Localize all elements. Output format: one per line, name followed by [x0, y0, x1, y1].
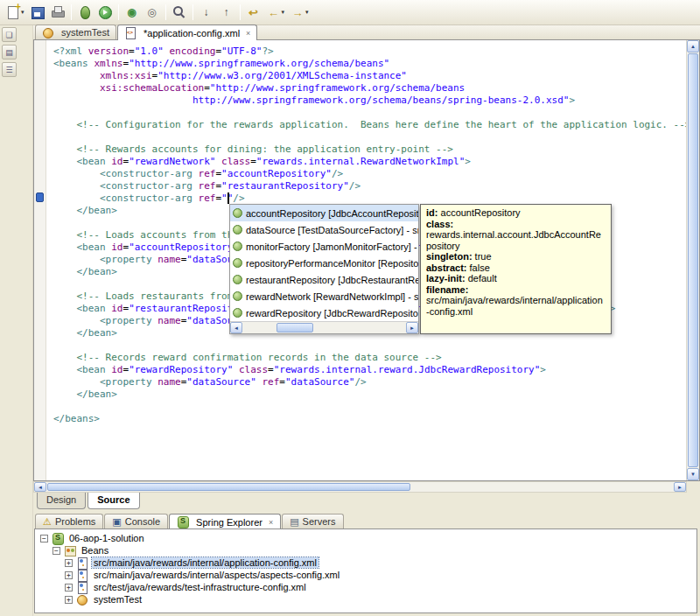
view-tab-console[interactable]: ▣Console — [104, 514, 168, 528]
package-explorer-fast-view-button[interactable]: ▤ — [2, 45, 17, 60]
code-line[interactable] — [53, 401, 686, 413]
open-type-button[interactable]: ◎ — [143, 3, 162, 22]
code-line[interactable]: <!-- Configuration for the rewards appli… — [53, 119, 686, 131]
completion-item[interactable]: rewardNetwork [RewardNetworkImpl] - src/… — [230, 288, 418, 304]
code-line[interactable]: xmlns:xsi="http://www.w3.org/2001/XMLSch… — [53, 70, 686, 82]
save-button[interactable] — [28, 3, 47, 22]
code-line[interactable]: <!-- Records reward confirmation records… — [53, 352, 686, 364]
bean-icon — [233, 242, 242, 251]
expand-icon[interactable]: + — [65, 596, 73, 604]
content-assist-scroll-thumb[interactable] — [276, 323, 313, 332]
back-button[interactable]: ←▾ — [264, 3, 288, 22]
code-line[interactable]: xsi:schemaLocation="http://www.springfra… — [53, 82, 686, 94]
scroll-right-icon[interactable]: ► — [406, 322, 418, 333]
servers-icon: ▤ — [290, 517, 298, 527]
code-line[interactable] — [53, 131, 686, 144]
expand-icon[interactable]: + — [65, 559, 73, 567]
collapse-icon[interactable]: − — [40, 535, 48, 542]
code-line[interactable]: <!-- Rewards accounts for dining: the ap… — [53, 144, 686, 156]
close-icon[interactable]: × — [269, 518, 273, 527]
code-line[interactable]: http://www.springframework.org/schema/be… — [53, 94, 686, 107]
editor-tab--application-config-xml[interactable]: *application-config.xml× — [117, 24, 257, 40]
tree-item-src-test-java-rewards-test-infrastructur[interactable]: +src/test/java/rewards/test-infrastructu… — [35, 581, 696, 593]
code-line[interactable]: <constructor-arg ref="restaurantReposito… — [53, 180, 686, 192]
code-line[interactable] — [53, 107, 686, 119]
forward-button[interactable]: →▾ — [288, 3, 312, 22]
code-line[interactable]: </beans> — [53, 413, 686, 425]
page-tab-source[interactable]: Source — [88, 493, 139, 509]
vertical-scroll-thumb[interactable] — [688, 53, 698, 467]
bean-icon — [233, 275, 242, 284]
editor-tab-systemtest[interactable]: systemTest — [35, 24, 116, 39]
completion-item[interactable]: dataSource [TestDataSourceFactory] - src… — [230, 221, 418, 238]
dropdown-arrow-icon[interactable]: ▾ — [282, 9, 285, 16]
tree-item-src-main-java-rewards-internal-applicati[interactable]: +src/main/java/rewards/internal/applicat… — [35, 556, 696, 569]
page-tab-design[interactable]: Design — [37, 493, 86, 509]
text-caret — [228, 192, 229, 204]
tree-item-06-aop-1-solution[interactable]: −06-aop-1-solution — [35, 532, 696, 544]
view-tab-spring-explorer[interactable]: Spring Explorer× — [169, 514, 281, 529]
editor-horizontal-scrollbar[interactable]: ◄ ► — [33, 481, 687, 493]
view-tab-servers[interactable]: ▤Servers — [282, 514, 343, 528]
last-edit-location-button[interactable]: ↩ — [244, 3, 263, 22]
completion-item[interactable]: monitorFactory [JamonMonitorFactory] - s… — [230, 238, 418, 255]
expand-icon[interactable]: + — [65, 571, 73, 579]
code-line[interactable]: </bean> — [53, 388, 686, 401]
restore-views-button[interactable]: ❏ — [2, 27, 17, 42]
tooltip-field: singleton: true — [426, 251, 606, 262]
run-button[interactable] — [95, 3, 115, 22]
scroll-down-icon[interactable]: ▼ — [687, 468, 699, 480]
code-line[interactable]: <constructor-arg ref="accountRepository"… — [53, 168, 686, 180]
code-line[interactable]: <?xml version="1.0" encoding="UTF-8"?> — [53, 46, 686, 58]
code-line[interactable]: <beans xmlns="http://www.springframework… — [53, 58, 686, 70]
scroll-left-icon[interactable]: ◄ — [230, 322, 242, 333]
tree-item-label: 06-aop-1-solution — [67, 533, 146, 543]
vertical-scroll-track[interactable] — [688, 53, 698, 467]
save-icon — [31, 5, 45, 19]
collapse-icon[interactable]: − — [52, 547, 60, 555]
annotation-ruler[interactable] — [34, 40, 46, 480]
completion-item[interactable]: accountRepository [JdbcAccountRepository… — [230, 205, 418, 221]
annotation-marker-icon — [36, 192, 44, 202]
toolbar-separator — [118, 4, 119, 20]
search-button[interactable] — [170, 3, 189, 22]
previous-annotation-button[interactable]: ↑ — [217, 3, 236, 22]
print-button[interactable] — [48, 3, 67, 22]
tree-item-src-main-java-rewards-internal-aspects-a[interactable]: +src/main/java/rewards/internal/aspects/… — [35, 569, 696, 581]
code-line[interactable]: <bean id="rewardRepository" class="rewar… — [53, 364, 686, 376]
code-line[interactable] — [53, 340, 686, 352]
debug-button[interactable] — [75, 3, 94, 22]
editor-tab-bar: systemTest*application-config.xml× — [33, 25, 700, 40]
completion-item-label: monitorFactory [JamonMonitorFactory] - s… — [246, 242, 418, 252]
dropdown-arrow-icon[interactable]: ▾ — [21, 9, 24, 16]
expand-icon[interactable]: + — [65, 584, 73, 592]
code-line[interactable]: <constructor-arg ref=""/> — [53, 192, 686, 205]
view-tab-problems[interactable]: ⚠Problems — [35, 514, 103, 528]
completion-item[interactable]: rewardRepository [JdbcRewardRepository] … — [230, 304, 418, 321]
scroll-right-icon[interactable]: ► — [674, 482, 686, 492]
tree-item-beans[interactable]: −Beans — [35, 544, 696, 556]
close-icon[interactable]: × — [246, 29, 250, 38]
completion-item[interactable]: repositoryPerformanceMonitor [Repository… — [230, 255, 418, 271]
toolbar-separator — [240, 4, 241, 20]
outline-fast-view-button[interactable]: ☰ — [2, 62, 17, 77]
tree-item-label: systemTest — [92, 594, 144, 605]
new-java-class-button[interactable]: ◉ — [122, 3, 142, 22]
next-annotation-button[interactable]: ↓ — [197, 3, 216, 22]
code-line[interactable]: <bean id="rewardNetwork" class="rewards.… — [53, 156, 686, 168]
content-assist-scroll-track[interactable] — [243, 323, 405, 332]
editor-vertical-scrollbar[interactable]: ▲ ▼ — [686, 40, 699, 480]
horizontal-scroll-track[interactable] — [47, 483, 673, 491]
scroll-up-icon[interactable]: ▲ — [687, 40, 699, 52]
previous-annotation-icon: ↑ — [220, 5, 234, 19]
completion-item[interactable]: restaurantRepository [JdbcRestaurantRepo… — [230, 271, 418, 288]
bean-icon — [233, 308, 242, 318]
tree-item-systemtest[interactable]: +systemTest — [35, 593, 696, 606]
open-type-icon: ◎ — [145, 5, 159, 19]
scroll-left-icon[interactable]: ◄ — [34, 482, 46, 492]
new-wizard-button[interactable]: ▾ — [4, 3, 27, 22]
horizontal-scroll-thumb[interactable] — [47, 483, 410, 491]
dropdown-arrow-icon[interactable]: ▾ — [305, 9, 309, 16]
content-assist-scrollbar[interactable]: ◄ ► — [230, 321, 418, 333]
code-line[interactable]: <property name="dataSource" ref="dataSou… — [53, 376, 686, 388]
